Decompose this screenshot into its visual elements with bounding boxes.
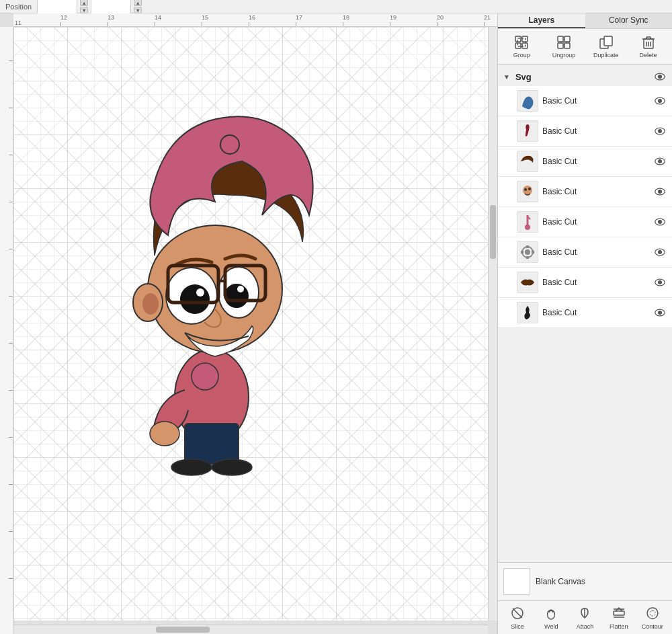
svg-rect-25 [558, 36, 563, 42]
svg-point-53 [659, 190, 662, 194]
layer-eye-8[interactable] [653, 306, 667, 319]
grid-canvas[interactable] [13, 27, 497, 621]
weld-button[interactable]: Weld [536, 604, 566, 632]
attach-icon [577, 606, 592, 622]
svg-point-68 [659, 281, 662, 284]
attach-label: Attach [577, 623, 594, 630]
duplicate-button[interactable]: Duplicate [589, 32, 623, 61]
layer-item[interactable]: Basic Cut [498, 237, 672, 268]
svg-point-58 [659, 221, 662, 224]
svg-rect-24 [517, 38, 526, 46]
layer-item[interactable]: Basic Cut [498, 147, 672, 177]
duplicate-label: Duplicate [593, 52, 619, 58]
svg-rect-32 [604, 36, 612, 46]
layer-thumbnail-6 [517, 241, 538, 263]
ungroup-button[interactable]: Ungroup [547, 32, 581, 61]
delete-button[interactable]: Delete [632, 32, 665, 61]
ruler-top: 11 12 13 14 15 16 17 18 19 20 21 [13, 13, 497, 27]
position-x-down[interactable]: ▼ [80, 7, 88, 13]
right-panel: Layers Color Sync Group [497, 13, 672, 634]
layer-name-4: Basic Cut [542, 187, 649, 196]
bottom-panel-toolbar: Slice Weld Attach [498, 600, 672, 634]
tab-layers[interactable]: Layers [498, 13, 585, 28]
layer-item[interactable]: Basic Cut [498, 268, 672, 298]
svg-point-11 [180, 284, 210, 314]
contour-icon [645, 606, 660, 622]
layer-thumbnail-1 [517, 90, 538, 112]
layer-thumbnail-3 [517, 151, 538, 172]
svg-point-44 [659, 100, 662, 103]
delete-label: Delete [640, 52, 657, 58]
layer-eye-3[interactable] [653, 155, 667, 168]
contour-button[interactable]: Contour [638, 604, 667, 632]
layer-thumbnail-2 [517, 120, 538, 142]
svg-group-header[interactable]: ▼ Svg [498, 67, 672, 86]
canvas-scrollbar-bottom[interactable] [13, 625, 488, 634]
group-icon [513, 34, 530, 50]
contour-label: Contour [642, 623, 663, 630]
svg-point-66 [659, 251, 662, 254]
position-x-arrows: ▲ ▼ [80, 0, 88, 13]
svg-point-46 [659, 130, 662, 133]
position-y-up[interactable]: ▲ [134, 0, 142, 6]
canvas-area[interactable]: 11 12 13 14 15 16 17 18 19 20 21 [0, 13, 497, 634]
svg-point-60 [525, 249, 530, 255]
svg-point-8 [192, 363, 218, 390]
layer-name-1: Basic Cut [542, 96, 649, 106]
layer-name-3: Basic Cut [542, 157, 649, 166]
svg-rect-28 [564, 43, 570, 48]
position-y-arrows: ▲ ▼ [134, 0, 142, 13]
blank-canvas-row[interactable]: Blank Canvas [498, 562, 672, 600]
character-container [81, 67, 349, 484]
layer-eye-7[interactable] [653, 276, 667, 289]
canvas-scrollbar-right[interactable] [488, 27, 497, 621]
svg-point-51 [528, 188, 531, 190]
attach-button[interactable]: Attach [570, 604, 599, 632]
layer-eye-1[interactable] [653, 94, 667, 108]
layer-name-5: Basic Cut [542, 217, 649, 227]
slice-label: Slice [511, 623, 524, 630]
layer-item[interactable]: Basic Cut [498, 86, 672, 116]
svg-point-3 [212, 459, 252, 475]
layer-name-7: Basic Cut [542, 278, 649, 287]
svg-line-72 [513, 608, 522, 618]
main-area: 11 12 13 14 15 16 17 18 19 20 21 [0, 13, 672, 634]
svg-point-7 [142, 293, 159, 315]
layer-item[interactable]: Basic Cut [498, 177, 672, 207]
position-y-down[interactable]: ▼ [134, 7, 142, 13]
svg-rect-26 [564, 36, 570, 42]
svg-rect-1 [185, 424, 239, 464]
flatten-label: Flatten [610, 623, 628, 630]
layer-item[interactable]: Basic Cut [498, 298, 672, 328]
layer-eye-4[interactable] [653, 185, 667, 198]
slice-button[interactable]: Slice [503, 604, 532, 632]
tab-color-sync[interactable]: Color Sync [585, 13, 673, 28]
layer-item[interactable]: Basic Cut [498, 116, 672, 147]
ruler-left [0, 27, 13, 634]
collapse-arrow: ▼ [503, 73, 510, 81]
layer-eye-6[interactable] [653, 245, 667, 259]
position-y-input[interactable] [91, 0, 131, 15]
position-x-input[interactable] [37, 0, 77, 15]
layers-tree[interactable]: ▼ Svg Basic Cut [498, 65, 672, 562]
position-x-up[interactable]: ▲ [80, 0, 88, 6]
layer-thumbnail-5 [517, 211, 538, 233]
group-label: Group [513, 52, 530, 58]
svg-point-48 [659, 160, 662, 163]
scroll-thumb-horizontal[interactable] [156, 627, 210, 633]
layer-eye-5[interactable] [653, 215, 667, 229]
group-button[interactable]: Group [505, 32, 538, 61]
position-label: Position [5, 3, 37, 11]
layer-name-6: Basic Cut [542, 247, 649, 257]
position-inputs: ▲ ▼ ▲ ▼ [37, 0, 142, 15]
svg-rect-20 [515, 36, 521, 42]
layer-eye-2[interactable] [653, 124, 667, 138]
scroll-thumb-vertical[interactable] [490, 205, 496, 259]
duplicate-icon [598, 34, 614, 50]
layer-thumbnail-4 [517, 181, 538, 202]
layer-item[interactable]: Basic Cut [498, 207, 672, 237]
svg-rect-27 [558, 43, 563, 48]
svg-group-eye[interactable] [653, 70, 667, 83]
flatten-button[interactable]: Flatten [604, 604, 634, 632]
svg-rect-22 [515, 43, 521, 48]
